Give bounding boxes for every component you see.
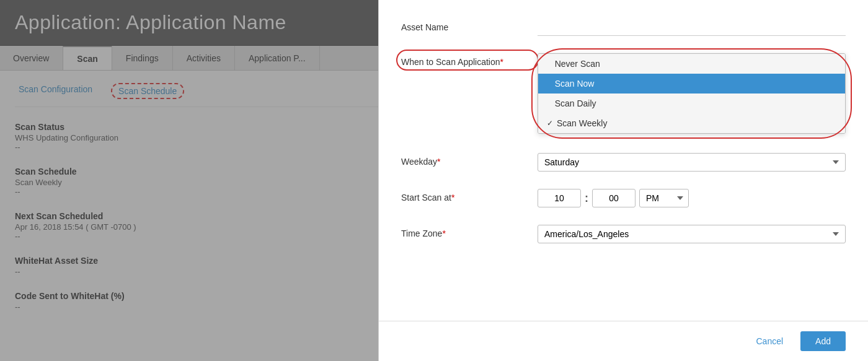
hour-input[interactable] (538, 189, 581, 207)
asset-name-label: Asset Name (401, 19, 538, 32)
modal-footer: Cancel Add (379, 321, 868, 361)
when-to-scan-field: Never Scan Scan Now Scan Daily (538, 53, 846, 136)
ampm-select[interactable]: PM AM (639, 189, 689, 207)
time-colon: : (585, 192, 588, 205)
when-to-scan-row: When to Scan Application* Never Scan (401, 53, 846, 136)
scan-option-weekly[interactable]: ✓ Scan Weekly (538, 113, 845, 133)
scan-option-daily[interactable]: Scan Daily (538, 94, 845, 113)
scan-option-never[interactable]: Never Scan (538, 54, 845, 74)
start-scan-row: Start Scan at* : PM AM (401, 189, 846, 207)
start-scan-label: Start Scan at* (401, 189, 538, 202)
weekday-field: Saturday (538, 153, 846, 172)
modal-body: Asset Name When to Scan Application* (379, 0, 868, 321)
timezone-field: America/Los_Angeles America/New_York Ame… (538, 225, 846, 243)
scan-options-dropdown[interactable]: Never Scan Scan Now Scan Daily (538, 53, 846, 134)
timezone-row: Time Zone* America/Los_Angeles America/N… (401, 225, 846, 243)
add-button[interactable]: Add (800, 331, 846, 351)
when-to-scan-label: When to Scan Application* (401, 53, 538, 67)
asset-name-field (538, 19, 846, 36)
start-scan-field: : PM AM (538, 189, 846, 207)
weekday-row: Weekday* Saturday (401, 153, 846, 172)
weekday-label: Weekday* (401, 153, 538, 167)
asset-name-value (538, 19, 846, 36)
required-marker: * (500, 57, 503, 67)
time-row: : PM AM (538, 189, 846, 207)
timezone-label: Time Zone* (401, 225, 538, 238)
modal-panel: Asset Name When to Scan Application* (378, 0, 868, 361)
dropdown-wrapper: Never Scan Scan Now Scan Daily (538, 53, 846, 134)
asset-name-row: Asset Name (401, 19, 846, 36)
weekday-select[interactable]: Saturday (538, 153, 846, 172)
scan-option-now[interactable]: Scan Now (538, 74, 845, 94)
minute-input[interactable] (592, 189, 636, 207)
timezone-select[interactable]: America/Los_Angeles America/New_York Ame… (538, 225, 846, 243)
cancel-button[interactable]: Cancel (746, 331, 793, 351)
modal-overlay: Asset Name When to Scan Application* (0, 0, 868, 361)
